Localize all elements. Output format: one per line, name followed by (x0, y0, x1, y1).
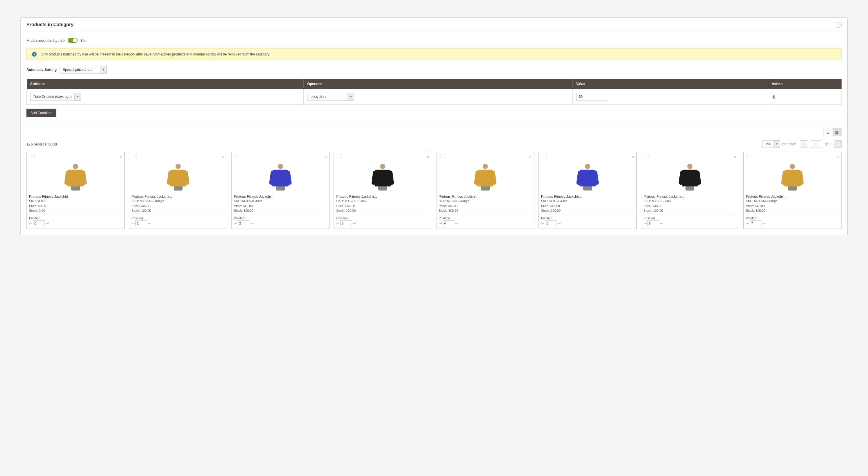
drag-handle-icon[interactable]: ⋮⋮ (541, 155, 548, 160)
position-input[interactable] (340, 220, 352, 226)
remove-product-icon[interactable]: × (734, 155, 736, 160)
position-last-icon[interactable]: ▸▸| (46, 222, 49, 225)
product-stock: Stock: 100.00 (336, 208, 429, 213)
card-divider (746, 215, 839, 215)
position-label: Position (29, 216, 122, 220)
product-thumbnail (234, 161, 327, 193)
per-page-select[interactable]: 20 ▼ (762, 140, 780, 148)
value-input[interactable] (576, 93, 608, 100)
position-last-icon[interactable]: ▸▸| (250, 222, 253, 225)
card-divider (234, 215, 327, 215)
position-first-icon[interactable]: |◂◂ (336, 222, 339, 225)
drag-handle-icon[interactable]: ⋮⋮ (234, 155, 241, 160)
position-last-icon[interactable]: ▸▸| (148, 222, 151, 225)
product-card[interactable]: ⋮⋮×Proteus Fitness Jackshir...SKU: MJ12-… (129, 152, 227, 229)
position-last-icon[interactable]: ▸▸| (558, 222, 561, 225)
position-input[interactable] (135, 220, 147, 226)
product-card[interactable]: ⋮⋮×Proteus Fitness Jackshir...SKU: MJ12-… (334, 152, 432, 229)
drag-handle-icon[interactable]: ⋮⋮ (29, 155, 36, 160)
card-divider (131, 215, 224, 215)
product-thumbnail (643, 161, 736, 193)
collapse-button[interactable]: ⌃ (836, 22, 842, 28)
product-name: Proteus Fitness Jackshirt (29, 195, 122, 199)
product-thumbnail (336, 161, 429, 193)
product-card[interactable]: ⋮⋮×Proteus Fitness Jackshir...SKU: MJ12-… (231, 152, 330, 229)
drag-handle-icon[interactable]: ⋮⋮ (439, 155, 446, 160)
product-card[interactable]: ⋮⋮×Proteus Fitness Jackshir...SKU: MJ12-… (436, 152, 534, 229)
remove-product-icon[interactable]: × (836, 155, 839, 160)
drag-handle-icon[interactable]: ⋮⋮ (131, 155, 138, 160)
col-value: Value (572, 79, 768, 89)
product-sku: SKU: MJ12-M-Orange (746, 199, 839, 203)
product-price: Price: $45.00 (746, 203, 839, 209)
product-thumbnail (439, 161, 532, 193)
position-input[interactable] (545, 220, 557, 226)
automatic-sorting-value: Special price to top (60, 66, 100, 74)
position-input[interactable] (647, 220, 659, 226)
grid-icon: ▦ (835, 130, 839, 134)
operator-select[interactable]: Less than▼ (307, 93, 569, 101)
position-input[interactable] (442, 220, 454, 226)
position-first-icon[interactable]: |◂◂ (29, 222, 32, 225)
chevron-up-icon: ⌃ (837, 23, 840, 26)
remove-product-icon[interactable]: × (427, 155, 429, 160)
product-sku: SKU: MJ12-L-Orange (439, 199, 532, 203)
position-last-icon[interactable]: ▸▸| (763, 222, 766, 225)
product-card[interactable]: ⋮⋮×Proteus Fitness Jackshir...SKU: MJ12-… (538, 152, 637, 229)
match-by-rule-row: Match products by rule Yes (26, 38, 842, 43)
chevron-left-icon: ‹ (803, 142, 804, 147)
next-page-button[interactable]: › (834, 140, 842, 148)
col-action: Action (768, 79, 841, 89)
position-first-icon[interactable]: |◂◂ (541, 222, 544, 225)
card-divider (29, 215, 122, 215)
panel-header: Products in Category ⌃ (21, 18, 847, 32)
drag-handle-icon[interactable]: ⋮⋮ (336, 155, 343, 160)
automatic-sorting-select[interactable]: Special price to top ▼ (60, 66, 107, 74)
product-card[interactable]: ⋮⋮×Proteus Fitness JackshirtSKU: MJ12Pri… (26, 152, 125, 229)
position-input[interactable] (238, 220, 249, 226)
col-operator: Operator (304, 79, 572, 89)
product-sku: SKU: MJ12-L-Black (643, 199, 736, 203)
match-by-rule-value: Yes (81, 38, 87, 43)
position-input[interactable] (33, 220, 45, 226)
info-icon: i (32, 52, 37, 57)
product-stock: Stock: 100.00 (746, 208, 839, 213)
remove-product-icon[interactable]: × (324, 155, 327, 160)
product-card[interactable]: ⋮⋮×Proteus Fitness Jackshir...SKU: MJ12-… (743, 152, 842, 229)
chevron-down-icon: ▼ (774, 140, 780, 148)
position-input[interactable] (750, 220, 761, 226)
section-divider (26, 124, 842, 124)
position-last-icon[interactable]: ▸▸| (455, 222, 458, 225)
position-first-icon[interactable]: |◂◂ (439, 222, 442, 225)
remove-product-icon[interactable]: × (119, 155, 122, 160)
product-card[interactable]: ⋮⋮×Proteus Fitness Jackshir...SKU: MJ12-… (641, 152, 739, 229)
remove-product-icon[interactable]: × (631, 155, 634, 160)
drag-handle-icon[interactable]: ⋮⋮ (746, 155, 753, 160)
product-price: Price: $45.00 (643, 203, 736, 209)
position-first-icon[interactable]: |◂◂ (234, 222, 237, 225)
trash-icon[interactable]: 🗑 (772, 94, 776, 99)
card-divider (541, 215, 634, 215)
automatic-sorting-row: Automatic Sorting Special price to top ▼ (26, 66, 842, 74)
attribute-select[interactable]: Date Created (days ago)▼ (30, 93, 300, 101)
product-sku: SKU: MJ12 (29, 199, 122, 203)
product-stock: Stock: 100.00 (131, 208, 224, 213)
position-first-icon[interactable]: |◂◂ (746, 222, 749, 225)
product-price: Price: $0.00 (29, 203, 122, 209)
position-first-icon[interactable]: |◂◂ (643, 222, 646, 225)
grid-view-button[interactable]: ▦ (833, 128, 841, 136)
position-last-icon[interactable]: ▸▸| (660, 222, 663, 225)
per-page-label: per page (782, 142, 796, 146)
list-view-button[interactable]: ☰ (824, 128, 833, 136)
condition-row: Date Created (days ago)▼Less than▼🗑 (27, 89, 842, 104)
add-condition-button[interactable]: Add Condition (26, 108, 56, 117)
remove-product-icon[interactable]: × (529, 155, 532, 160)
match-by-rule-toggle[interactable] (68, 38, 78, 43)
product-sku: SKU: MJ12-L-Blue (541, 199, 634, 203)
page-input[interactable] (811, 140, 821, 148)
drag-handle-icon[interactable]: ⋮⋮ (643, 155, 650, 160)
position-last-icon[interactable]: ▸▸| (353, 222, 356, 225)
remove-product-icon[interactable]: × (222, 155, 224, 160)
position-first-icon[interactable]: |◂◂ (131, 222, 134, 225)
prev-page-button[interactable]: ‹ (800, 140, 807, 148)
